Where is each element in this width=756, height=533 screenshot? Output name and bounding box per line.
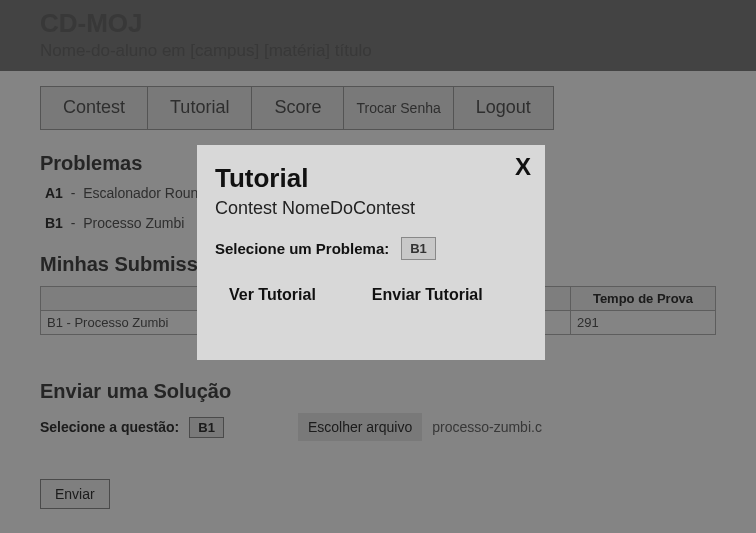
modal-problem-select[interactable]: B1	[401, 237, 436, 260]
modal-actions: Ver Tutorial Enviar Tutorial	[215, 286, 527, 304]
modal-select-label: Selecione um Problema:	[215, 240, 389, 257]
modal-select-row: Selecione um Problema: B1	[215, 237, 527, 260]
modal-title: Tutorial	[215, 163, 527, 194]
tutorial-modal: X Tutorial Contest NomeDoContest Selecio…	[197, 145, 545, 360]
view-tutorial-button[interactable]: Ver Tutorial	[229, 286, 316, 304]
modal-contest-name: Contest NomeDoContest	[215, 198, 527, 219]
close-icon[interactable]: X	[515, 153, 531, 181]
send-tutorial-button[interactable]: Enviar Tutorial	[372, 286, 483, 304]
